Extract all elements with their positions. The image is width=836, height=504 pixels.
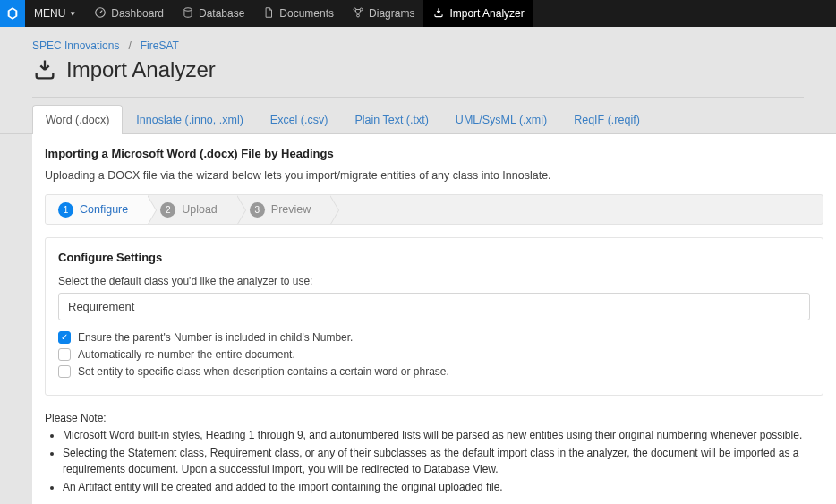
note-item: An Artifact entity will be created and a… (63, 480, 823, 495)
nav-item-documents[interactable]: Documents (253, 0, 343, 27)
download-icon (432, 6, 445, 21)
app-logo[interactable] (0, 0, 25, 27)
divider (32, 97, 804, 98)
step-number: 1 (58, 202, 73, 218)
note-item: Microsoft Word built-in styles, Heading … (63, 428, 823, 443)
configure-box: Configure Settings Select the default cl… (45, 237, 823, 396)
format-tabs: Word (.docx)Innoslate (.inno, .xml)Excel… (0, 105, 836, 134)
checkbox[interactable] (58, 348, 71, 361)
note-list: Microsoft Word built-in styles, Heading … (63, 428, 823, 496)
tab-reqif[interactable]: ReqIF (.reqif) (560, 105, 653, 134)
tab-word[interactable]: Word (.docx) (32, 105, 123, 134)
doc-icon (262, 6, 275, 21)
breadcrumb: SPEC Innovations / FireSAT (0, 39, 836, 57)
tab-excel[interactable]: Excel (.csv) (257, 105, 342, 134)
page-body: SPEC Innovations / FireSAT Import Analyz… (0, 27, 836, 504)
checkbox-row: Automatically re-number the entire docum… (58, 348, 810, 361)
db-icon (182, 6, 194, 21)
wizard-step-preview[interactable]: 3Preview (237, 195, 330, 224)
download-icon (32, 57, 57, 82)
nav-item-database[interactable]: Database (173, 0, 253, 27)
checkbox[interactable] (58, 365, 71, 378)
tab-panel: Importing a Microsoft Word (.docx) File … (32, 134, 836, 504)
breadcrumb-project[interactable]: FireSAT (141, 39, 179, 52)
gauge-icon (94, 6, 107, 21)
caret-down-icon: ▼ (69, 10, 76, 18)
step-number: 3 (250, 202, 265, 218)
svg-point-1 (184, 7, 192, 11)
note-item: Selecting the Statement class, Requireme… (63, 446, 823, 477)
default-class-select[interactable]: Requirement (58, 293, 810, 320)
section-heading: Importing a Microsoft Word (.docx) File … (45, 147, 823, 160)
breadcrumb-org[interactable]: SPEC Innovations (32, 39, 119, 52)
checkbox[interactable] (58, 331, 71, 344)
logo-icon (5, 5, 20, 21)
tab-uml/sysml[interactable]: UML/SysML (.xmi) (442, 105, 560, 134)
step-number: 2 (160, 202, 175, 218)
nav-item-import-analyzer[interactable]: Import Analyzer (423, 0, 533, 27)
step-label: Configure (80, 203, 128, 216)
wizard-step-configure[interactable]: 1Configure (46, 195, 148, 224)
nav-label: Dashboard (111, 7, 164, 20)
wizard-step-upload[interactable]: 2Upload (148, 195, 237, 224)
checkbox-label: Set entity to specific class when descri… (78, 365, 449, 378)
please-note-label: Please Note: (45, 412, 823, 424)
diagram-icon (352, 6, 364, 21)
step-label: Upload (182, 203, 218, 216)
section-intro: Uploading a DOCX file via the wizard bel… (45, 169, 823, 182)
nav-label: Diagrams (369, 7, 414, 20)
configure-heading: Configure Settings (58, 251, 810, 264)
nav-item-dashboard[interactable]: Dashboard (85, 0, 173, 27)
notes-section: Please Note: Microsoft Word built-in sty… (45, 412, 823, 504)
checkbox-label: Ensure the parent's Number is included i… (78, 331, 353, 344)
top-nav: MENU ▼ DashboardDatabaseDocumentsDiagram… (0, 0, 836, 27)
page-title: Import Analyzer (66, 57, 216, 82)
nav-label: Documents (279, 7, 334, 20)
wizard-steps: 1Configure2Upload3Preview (45, 194, 823, 225)
menu-label: MENU (34, 7, 65, 20)
select-label: Select the default class you'd like the … (58, 275, 810, 287)
checkbox-label: Automatically re-number the entire docum… (78, 348, 295, 361)
tab-plain[interactable]: Plain Text (.txt) (341, 105, 441, 134)
page-title-row: Import Analyzer (0, 57, 836, 97)
nav-item-diagrams[interactable]: Diagrams (343, 0, 423, 27)
menu-button[interactable]: MENU ▼ (25, 0, 85, 27)
tab-innoslate[interactable]: Innoslate (.inno, .xml) (123, 105, 257, 134)
checkbox-row: Ensure the parent's Number is included i… (58, 331, 810, 344)
checkbox-row: Set entity to specific class when descri… (58, 365, 810, 378)
nav-label: Import Analyzer (449, 7, 524, 20)
step-label: Preview (271, 203, 311, 216)
nav-label: Database (199, 7, 244, 20)
